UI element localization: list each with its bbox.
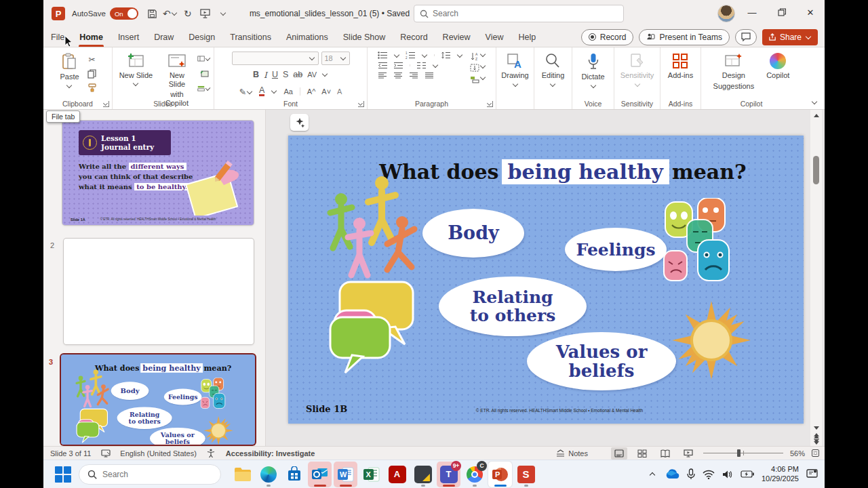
tab-draw[interactable]: Draw [146, 27, 181, 47]
scrollbar-thumb[interactable] [813, 156, 819, 184]
decrease-indent-icon[interactable] [378, 62, 388, 69]
justify-icon[interactable] [425, 72, 434, 79]
powerpoint-icon[interactable]: P [488, 462, 512, 487]
tray-chevron-icon[interactable] [650, 472, 655, 477]
zoom-percentage[interactable]: 56% [790, 449, 805, 458]
oval-values[interactable]: Values orbeliefs [527, 332, 676, 390]
font-dialog-launcher[interactable] [358, 101, 364, 107]
zoom-slider[interactable] [703, 453, 783, 453]
autosave-toggle[interactable]: On [110, 7, 138, 20]
tab-help[interactable]: Help [511, 27, 543, 47]
tab-record[interactable]: Record [393, 27, 435, 47]
sensitivity-button[interactable]: Sensitivity [617, 52, 658, 89]
copy-icon[interactable] [85, 68, 99, 79]
slideshow-view-icon[interactable] [680, 447, 696, 460]
cut-icon[interactable]: ✂ [85, 54, 99, 65]
slide-sorter-view-icon[interactable] [634, 447, 650, 460]
accessibility-status[interactable]: Accessibility: Investigate [226, 449, 315, 458]
addins-button[interactable]: Add-ins [665, 52, 696, 81]
align-left-icon[interactable] [378, 72, 387, 79]
start-icon[interactable] [54, 466, 72, 483]
slide-canvas[interactable]: What doesbeing healthymean? Body Feeling… [288, 136, 804, 424]
italic-button[interactable]: I [264, 70, 267, 80]
avatar[interactable] [717, 5, 735, 22]
character-spacing-button[interactable]: AV [307, 70, 317, 79]
scroll-up-icon[interactable] [814, 114, 819, 117]
vertical-scrollbar[interactable] [810, 110, 822, 446]
numbering-icon[interactable]: 12 [406, 52, 416, 59]
document-title[interactable]: ms_emotional_slides_lesson_01 (5) • Save… [250, 9, 420, 18]
change-case-button[interactable]: Aa [283, 87, 292, 96]
oval-values[interactable]: Values orbeliefs [150, 428, 205, 445]
autosave-control[interactable]: AutoSave On [72, 7, 138, 20]
oval-relating[interactable]: Relatingto others [117, 407, 172, 429]
present-icon[interactable] [197, 5, 214, 22]
oval-feelings[interactable]: Feelings [565, 228, 667, 271]
section-icon[interactable] [197, 83, 211, 94]
powerpoint-logo[interactable]: P [52, 7, 65, 20]
shrink-font-button[interactable]: A˅ [321, 87, 331, 96]
strikethrough-button[interactable]: ab [293, 70, 302, 79]
line-spacing-icon[interactable] [441, 52, 451, 59]
bold-button[interactable]: B [253, 70, 259, 79]
clock[interactable]: 4:06 PM 10/29/2025 [762, 465, 799, 484]
slide-thumbnail-3[interactable]: What doesbeing healthymean? Body Feeling… [61, 354, 255, 445]
restore-icon[interactable] [768, 0, 796, 24]
design-suggestions-button[interactable]: Design Suggestions [710, 52, 758, 92]
record-button[interactable]: Record [581, 29, 634, 45]
oval-body[interactable]: Body [422, 209, 524, 258]
notification-icon[interactable] [806, 469, 818, 479]
sort-icon[interactable]: AZ [470, 52, 486, 60]
layout-icon[interactable] [197, 53, 211, 64]
language-indicator[interactable]: English (United States) [120, 449, 197, 458]
drawing-button[interactable]: A Drawing [498, 52, 532, 89]
designer-float-button[interactable] [290, 114, 309, 131]
fit-window-icon[interactable] [812, 449, 819, 457]
increase-indent-icon[interactable] [393, 62, 403, 69]
chrome-icon[interactable]: C [462, 462, 486, 487]
notes-button[interactable]: Notes [555, 449, 588, 458]
zoom-slider-thumb[interactable] [737, 449, 741, 457]
align-right-icon[interactable] [409, 72, 418, 79]
display-settings-icon[interactable] [100, 449, 111, 458]
tab-review[interactable]: Review [435, 27, 478, 47]
teams-icon[interactable]: T 9+ [437, 462, 460, 487]
tab-transitions[interactable]: Transitions [222, 27, 279, 47]
close-icon[interactable]: ✕ [796, 0, 825, 24]
dark-app-icon[interactable] [411, 462, 435, 487]
scroll-down-icon[interactable] [814, 426, 819, 430]
grow-font-button[interactable]: A^ [307, 87, 316, 96]
reading-view-icon[interactable] [657, 447, 673, 460]
wifi-icon[interactable] [703, 470, 715, 479]
search-input[interactable] [433, 9, 595, 18]
file-explorer-icon[interactable] [231, 462, 254, 487]
font-size-combo[interactable]: 18 [321, 52, 350, 65]
normal-view-icon[interactable] [611, 447, 627, 460]
comments-button[interactable] [735, 29, 757, 45]
tab-design[interactable]: Design [181, 27, 222, 47]
format-painter-icon[interactable] [85, 82, 99, 94]
slide-indicator[interactable]: Slide 3 of 11 [50, 449, 91, 458]
clear-formatting-button[interactable]: A [337, 87, 342, 96]
bullets-icon[interactable] [378, 52, 388, 59]
undo-icon[interactable]: ↶ [161, 5, 179, 22]
speaker-icon[interactable] [722, 470, 733, 479]
excel-icon[interactable]: X [359, 462, 383, 487]
acrobat-icon[interactable]: A [385, 462, 409, 487]
store-icon[interactable] [282, 462, 306, 487]
onedrive-icon[interactable] [663, 469, 679, 480]
taskbar-search-input[interactable] [102, 470, 204, 479]
reset-icon[interactable] [197, 68, 211, 79]
titlebar-search[interactable] [414, 5, 624, 22]
paragraph-dialog-launcher[interactable] [487, 101, 493, 107]
slide-thumbnail-2[interactable] [64, 239, 254, 344]
shadow-button[interactable]: S [283, 70, 288, 79]
tab-view[interactable]: View [478, 27, 511, 47]
mic-icon[interactable] [687, 468, 695, 480]
save-icon[interactable] [144, 5, 161, 22]
word-icon[interactable]: W [334, 462, 357, 487]
text-direction-icon[interactable] [470, 64, 486, 72]
oval-relating[interactable]: Relatingto others [439, 277, 587, 336]
edge-icon[interactable] [256, 462, 280, 487]
slide-thumbnail-1[interactable]: Lesson 1 Journal entry Write all the dif… [62, 121, 254, 225]
